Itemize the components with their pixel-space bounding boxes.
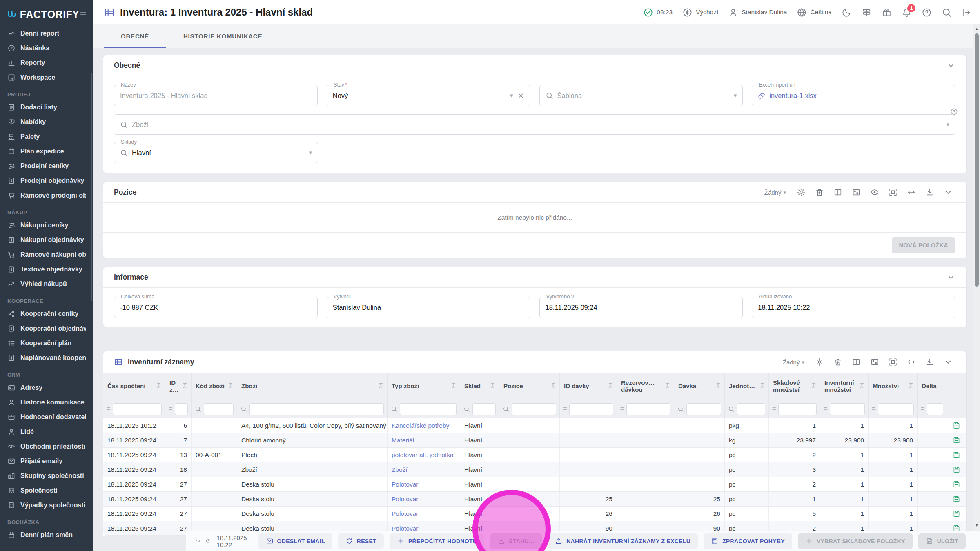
- sigma-aggregate-icon[interactable]: Σ: [376, 382, 383, 390]
- column-header-zbo[interactable]: ZbožíΣ: [237, 373, 388, 400]
- topbar-question-button[interactable]: [922, 7, 932, 18]
- column-header-as-spo-ten[interactable]: Čas spočteníΣ: [103, 373, 165, 400]
- topbar-logout-button[interactable]: [962, 7, 972, 18]
- toolbar-pip-button[interactable]: [849, 185, 864, 200]
- row-save-button[interactable]: [947, 433, 966, 447]
- sigma-aggregate-icon[interactable]: Σ: [809, 382, 816, 390]
- table-row[interactable]: 18.11.2025 09:2427Deska stoluPolotovarHl…: [103, 507, 966, 521]
- cell-typ-zbo[interactable]: Materiál: [388, 433, 460, 447]
- row-save-button[interactable]: [947, 462, 966, 477]
- toolbar-chevron-down-button[interactable]: [941, 355, 956, 369]
- sidebar-item-r-mcov-n-kupn-objed[interactable]: Rámcové nákupní objed…: [0, 247, 93, 262]
- sidebar-item-prodejn-cen-ky[interactable]: Prodejní ceníky: [0, 159, 93, 173]
- sidebar-item-prodejn-objedn-vky[interactable]: Prodejní objednávky: [0, 173, 93, 188]
- sidebar-item-v-hled-n-kup[interactable]: Výhled nákupů: [0, 277, 93, 291]
- cell-typ-zbo[interactable]: Zboží: [388, 462, 460, 477]
- sigma-aggregate-icon[interactable]: Σ: [858, 382, 864, 390]
- sidebar-item-koopera-n-objedn-vky[interactable]: Kooperační objednávky: [0, 321, 93, 336]
- odeslat-email-button[interactable]: ODESLAT EMAIL: [258, 533, 332, 549]
- sidebar-item-palety[interactable]: Palety: [0, 129, 93, 144]
- sigma-aggregate-icon[interactable]: Σ: [663, 382, 670, 390]
- sigma-aggregate-icon[interactable]: Σ: [758, 382, 764, 390]
- cell-typ-zbo[interactable]: polotovar alt. jednotka: [388, 448, 460, 462]
- clear-icon[interactable]: [517, 92, 524, 99]
- sidebar-item-napl-novan-koopera-n[interactable]: Naplánované kooperačn…: [0, 351, 93, 365]
- reset-button[interactable]: RESET: [338, 533, 384, 549]
- filter-input-id-d-vky[interactable]: [569, 403, 613, 415]
- sidebar-item-workspace[interactable]: Workspace: [0, 70, 93, 85]
- column-header-delta[interactable]: Delta: [918, 373, 947, 400]
- table-row[interactable]: 18.11.2025 09:241300-A-001Plechpolotovar…: [103, 448, 966, 462]
- sigma-aggregate-icon[interactable]: Σ: [488, 382, 495, 390]
- sidebar-item-denn-report[interactable]: Denní report: [0, 26, 93, 41]
- toolbar-chevron-down-button[interactable]: [941, 185, 956, 200]
- toolbar-gear-button[interactable]: [794, 185, 808, 200]
- sidebar-item-spole-nosti[interactable]: Společnosti: [0, 483, 93, 498]
- topbar-check-circle-item[interactable]: 08:23: [643, 7, 673, 18]
- sablona-select[interactable]: Šablona ▾: [539, 85, 743, 106]
- column-header-pozice[interactable]: PoziceΣ: [499, 373, 560, 400]
- filter-input-skladov-mno-stv[interactable]: [778, 403, 817, 415]
- tab-obecne[interactable]: OBECNÉ: [104, 24, 166, 48]
- sigma-aggregate-icon[interactable]: Σ: [714, 382, 720, 390]
- table-row[interactable]: 18.11.2025 09:247Chlorid amonnýMateriálH…: [103, 433, 966, 448]
- p-epo-tat-hodnotu-button[interactable]: PŘEPOČÍTAT HODNOTU: [390, 533, 484, 549]
- sidebar-item-textov-objedn-vky[interactable]: Textové objednávky: [0, 262, 93, 277]
- history-icon[interactable]: [196, 536, 200, 546]
- sigma-aggregate-icon[interactable]: Σ: [606, 382, 612, 390]
- row-save-button[interactable]: [947, 477, 966, 491]
- topbar-bell-button[interactable]: 1: [902, 7, 912, 18]
- filter-input-mno-stv[interactable]: [878, 403, 914, 415]
- dropdown-caret-icon[interactable]: ▾: [734, 92, 737, 99]
- toolbar-download-button[interactable]: [922, 355, 937, 369]
- column-header-id-z[interactable]: ID z…Σ: [165, 373, 192, 400]
- sidebar-item-reporty[interactable]: Reporty: [0, 56, 93, 70]
- dropdown-caret-icon[interactable]: ▾: [510, 92, 513, 99]
- topbar-globe-item[interactable]: Čeština: [797, 7, 832, 18]
- filter-input-d-vka[interactable]: [686, 403, 721, 415]
- toolbar-trash-up-button[interactable]: [831, 355, 845, 369]
- dropdown-caret-icon[interactable]: ▾: [309, 149, 312, 156]
- toolbar-gear-button[interactable]: [812, 355, 827, 369]
- column-header-sklad[interactable]: SkladΣ: [460, 373, 499, 400]
- tab-historie-komunikace[interactable]: HISTORIE KOMUNIKACE: [166, 24, 279, 48]
- sidebar-item-v-padky-spole-nosti[interactable]: Výpadky společnosti: [0, 498, 93, 513]
- excel-file-link[interactable]: inventura-1.xlsx: [769, 92, 949, 100]
- filter-input-id-z[interactable]: [175, 403, 188, 415]
- chevron-down-icon[interactable]: [947, 61, 956, 70]
- filter-input-typ-zbo[interactable]: [400, 403, 457, 415]
- dropdown-caret-icon[interactable]: ▾: [946, 121, 949, 128]
- scroll-down-arrow[interactable]: ▼: [973, 522, 980, 528]
- sidebar-item-pl-n-expedice[interactable]: Plán expedice: [0, 144, 93, 159]
- toolbar-eye-button[interactable]: [867, 185, 882, 200]
- zbozi-search[interactable]: Zboží ▾: [114, 114, 956, 135]
- sidebar-item-lid[interactable]: Lidé: [0, 424, 93, 439]
- toolbar-columns-button[interactable]: [849, 355, 864, 369]
- filter-input-pozice[interactable]: [512, 403, 556, 415]
- topbar-moon-button[interactable]: [842, 7, 852, 18]
- toolbar-columns-button[interactable]: [831, 185, 845, 200]
- sklady-select[interactable]: Sklady Hlavní ▾: [114, 142, 318, 163]
- sidebar-item-historie-komunikace[interactable]: Historie komunikace: [0, 395, 93, 410]
- group-by-select[interactable]: Žádný▾: [783, 359, 804, 366]
- table-row[interactable]: 18.11.2025 09:2427Deska stoluPolotovarHl…: [103, 492, 966, 507]
- filter-input-as-spo-ten[interactable]: [113, 403, 162, 415]
- column-header-d-vka[interactable]: DávkaΣ: [674, 373, 725, 400]
- filter-input-k-d-zbo[interactable]: [204, 403, 234, 415]
- sigma-aggregate-icon[interactable]: Σ: [180, 382, 187, 390]
- sidebar-item-n-kupn-cen-ky[interactable]: Nákupní ceníky: [0, 218, 93, 233]
- sigma-aggregate-icon[interactable]: Σ: [449, 382, 456, 390]
- filter-input-sklad[interactable]: [472, 403, 496, 415]
- column-header-jednot[interactable]: Jednot…Σ: [725, 373, 769, 400]
- row-save-button[interactable]: [947, 507, 966, 521]
- filter-input-jednot[interactable]: [737, 403, 765, 415]
- vybrat-skladov-polo-ky-button[interactable]: VYBRAT SKLADOVÉ POLOŽKY: [798, 533, 913, 549]
- sidebar-scroll-thumb[interactable]: [91, 73, 92, 301]
- column-header-id-d-vky[interactable]: ID dávkyΣ: [560, 373, 617, 400]
- logo[interactable]: FACTORIFY: [0, 0, 93, 26]
- new-item-button[interactable]: NOVÁ POLOŽKA: [892, 237, 956, 253]
- topbar-coin-item[interactable]: Výchozí: [682, 7, 718, 18]
- nahr-t-inventurn-z-znamy-z-excelu-button[interactable]: NAHRÁT INVENTURNÍ ZÁZNAMY Z EXCELU: [548, 533, 698, 549]
- topbar-signpost-button[interactable]: [862, 7, 872, 18]
- sidebar-item-p-ijat-emaily[interactable]: Přijaté emaily: [0, 454, 93, 469]
